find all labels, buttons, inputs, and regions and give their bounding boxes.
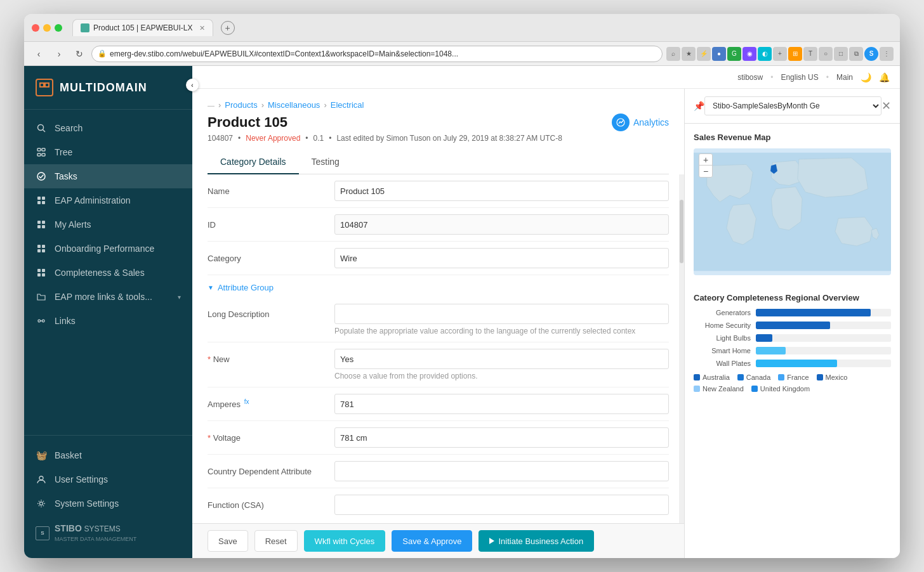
extension-icon-7[interactable]: ⊞ [788,47,802,61]
address-bar-wrapper: 🔒 [91,46,663,62]
voltage-input[interactable] [334,427,669,448]
menu-icon[interactable]: ⋮ [880,47,894,61]
breadcrumb-electrical[interactable]: Electrical [331,100,364,110]
expand-icon: ▾ [178,294,181,301]
tab-category-details[interactable]: Category Details [208,150,299,174]
search-browser-icon[interactable]: ⌕ [666,47,680,61]
legend-canada: Canada [737,374,771,381]
extension-icon-4[interactable]: ◉ [742,47,756,61]
sidebar-collapse-button[interactable]: ‹ [186,79,199,91]
extension-icon-9[interactable]: ○ [819,47,833,61]
sidebar-item-tasks[interactable]: Tasks [24,164,192,188]
save-button[interactable]: Save [208,530,248,552]
initiate-business-action-button[interactable]: Initiate Business Action [478,530,594,552]
new-row: New Choose a value from the provided opt… [208,342,669,387]
pin-icon[interactable]: 📌 [694,101,704,111]
function-csa-row: Function (CSA) [208,488,669,521]
scrollbar-track [679,174,684,523]
sidebar-item-links[interactable]: Links [24,309,192,333]
sidebar-item-tree[interactable]: Tree [24,140,192,164]
breadcrumb-products[interactable]: Products [225,100,257,110]
extension-icon-8[interactable]: T [803,47,817,61]
extension-icon-10[interactable]: □ [834,47,848,61]
sidebar-item-alerts[interactable]: My Alerts [24,212,192,237]
extension-icon-1[interactable]: ⚡ [697,47,711,61]
traffic-lights [32,24,62,32]
panel-close-button[interactable]: ✕ [881,99,891,113]
amperes-input[interactable] [334,394,669,414]
category-row: Category [208,242,669,275]
status-badge: Never Approved [246,134,300,143]
profile-avatar[interactable]: S [864,47,878,61]
sidebar-item-completeness[interactable]: Completeness & Sales [24,261,192,285]
content-header: — › Products › Miscellaneous › Electrica… [192,89,684,174]
back-button[interactable]: ‹ [30,46,47,62]
notification-icon[interactable]: 🔔 [879,72,890,82]
sidebar-item-eap-more[interactable]: EAP more links & tools... ▾ [24,285,192,309]
analytics-button[interactable]: Analytics [612,114,669,131]
extension-icon-6[interactable]: + [773,47,787,61]
theme-icon[interactable]: 🌙 [861,72,871,82]
sidebar-item-basket[interactable]: 🧺 Basket [24,443,192,467]
name-row: Name [208,174,669,208]
sidebar-item-onboarding[interactable]: Onboarding Performance [24,237,192,261]
address-bar[interactable] [91,46,663,62]
new-tab-button[interactable]: + [221,21,235,35]
reset-button[interactable]: Reset [254,530,298,552]
sidebar-item-user-settings[interactable]: User Settings [24,467,192,491]
voltage-row: Voltage [208,421,669,455]
logo-icon [36,79,53,96]
scrollbar-thumb[interactable] [680,200,683,263]
analytics-dropdown[interactable]: Stibo-SampleSalesByMonth Ge [704,96,881,115]
forward-button[interactable]: › [51,46,67,62]
minimize-button[interactable] [43,24,51,32]
svg-rect-18 [42,245,45,248]
long-description-input[interactable] [334,304,669,324]
legend-uk: United Kingdom [751,385,810,393]
tab-close-button[interactable]: ✕ [199,24,205,32]
breadcrumb-miscellaneous[interactable]: Miscellaneous [268,100,320,110]
attribute-group-header[interactable]: ▼ Attribute Group [208,275,669,297]
chart-bar-generators [756,309,871,316]
reload-button[interactable]: ↻ [71,46,88,62]
svg-point-27 [40,502,43,505]
lock-icon: 🔒 [98,49,107,58]
tab-testing[interactable]: Testing [299,150,352,174]
separator-1: • [770,73,773,82]
browser-tab[interactable]: Product 105 | EAPWEBUI-LX ✕ [72,19,213,36]
sidebar-item-search[interactable]: Search [24,116,192,140]
action-bar: Save Reset Wkfl with Cycles Save & Appro… [192,523,684,558]
category-label: Category [208,254,334,263]
sidebar-item-label: EAP Administration [55,195,131,205]
extension-icon-2[interactable]: ● [712,47,726,61]
zoom-out-button[interactable]: − [699,166,712,177]
chart-bar-bg-light-bulbs [756,334,891,342]
wkfl-cycles-button[interactable]: Wkfl with Cycles [304,530,386,552]
chart-bar-home-security [756,322,830,329]
bookmark-icon[interactable]: ★ [682,47,696,61]
chart-label-generators: Generators [694,309,751,316]
chart-bar-bg-wall-plates [756,360,891,367]
svg-rect-16 [42,225,45,228]
sales-revenue-section: Sales Revenue Map + − [685,124,900,284]
record-id: 104807 [208,134,233,143]
id-input[interactable] [334,214,669,235]
sidebar-item-system-settings[interactable]: System Settings [24,491,192,516]
long-description-hint: Populate the appropriate value according… [334,327,669,335]
country-dependent-input[interactable] [334,461,669,481]
sidebar-item-label: Onboarding Performance [55,244,154,254]
new-input[interactable] [334,349,669,369]
save-approve-button[interactable]: Save & Approve [392,530,472,552]
sidebar-item-eap-admin[interactable]: EAP Administration [24,188,192,212]
function-csa-input[interactable] [334,495,669,515]
extension-icon-3[interactable]: G [727,47,741,61]
zoom-in-button[interactable]: + [699,154,712,166]
extensions-icon[interactable]: ⧉ [849,47,863,61]
category-input[interactable] [334,248,669,268]
dot-sep-2: • [305,134,308,143]
extension-icon-5[interactable]: ◐ [758,47,772,61]
name-input[interactable] [334,181,669,201]
fullscreen-button[interactable] [55,24,62,32]
breadcrumb-arrow-1: › [218,100,221,110]
close-button[interactable] [32,24,39,32]
